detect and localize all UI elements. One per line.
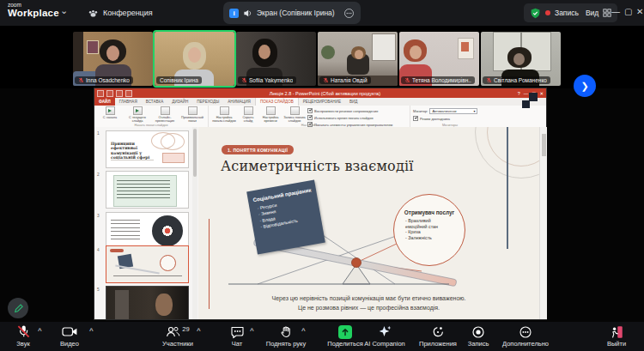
participants-icon <box>166 325 180 339</box>
online-icon <box>161 106 170 115</box>
annotate-button[interactable] <box>8 298 28 318</box>
video-tile-active-speaker[interactable]: Сопівник Ірина <box>155 32 234 86</box>
recording-label: Запись <box>555 9 579 17</box>
leave-button[interactable]: Выйти <box>589 324 644 348</box>
window-close-button[interactable]: ✕ <box>636 7 643 16</box>
ppt-title-bar: Лекція 2.8 - PowerPoint (Сбой активации … <box>94 88 546 98</box>
ribbon-group-setup: Настройка показа слайдов Скрыть слайд На… <box>209 106 410 127</box>
chat-button[interactable]: Чат <box>210 324 264 348</box>
recording-dot-icon <box>545 10 550 15</box>
video-tile[interactable]: Тетяна Володимирівн.. <box>399 32 479 86</box>
ppt-custom-show-button: Произвольный показ <box>179 106 205 123</box>
zoom-workplace-logo: zoom Workplace <box>8 3 59 18</box>
social-worker-box: Соціальний працівник - Ресурси - Знання … <box>246 180 325 255</box>
muted-mic-icon <box>78 77 84 83</box>
more-options-icon[interactable] <box>343 8 355 19</box>
ppt-slide-panel: 1 Принципи ефективної комунікації у соці… <box>94 127 199 319</box>
ppt-tab-slideshow-active: ПОКАЗ СЛАЙДОВ <box>255 98 299 106</box>
status-pill: Запись Вид <box>524 3 617 22</box>
ppt-tab-view: ВИД <box>345 98 361 106</box>
leave-meeting-icon <box>610 325 624 339</box>
chat-icon <box>230 325 245 339</box>
vertical-line-decoration <box>507 127 508 249</box>
video-tile[interactable]: Sofiia Yakymenko <box>236 32 316 86</box>
raise-hand-options-chevron[interactable]: ^ <box>301 327 306 335</box>
slide-number: 5 <box>97 287 100 292</box>
bullseye-graphic <box>152 215 183 246</box>
participant-nameplate: Наталія Овдій <box>319 76 371 84</box>
pencil-icon <box>12 302 24 314</box>
plant <box>321 45 335 59</box>
video-tile[interactable]: Світлана Романенко <box>481 32 561 86</box>
office-window <box>372 33 396 61</box>
hide-slide-icon <box>244 106 253 115</box>
tab-shared-screen[interactable]: i Экран (Сопівник Ірина) <box>223 2 361 24</box>
scrollbar-thumb <box>193 129 197 177</box>
play-icon <box>133 106 143 115</box>
ribbon-group-start-slideshow: С начала С текущего слайда Онлайн-презен… <box>94 106 209 127</box>
ppt-rehearse-button: Настройка времени <box>259 106 282 123</box>
chevron-down-icon[interactable]: ⌄ <box>60 5 68 16</box>
slide-thumbnail-2 <box>106 171 189 209</box>
muted-mic-icon <box>486 77 492 83</box>
view-grid-icon[interactable] <box>603 9 611 17</box>
ppt-help-button: ? <box>518 91 520 96</box>
ppt-from-current-button: С текущего слайда <box>125 106 150 123</box>
dropdown-arrow-icon: ▾ <box>473 109 475 113</box>
ppt-tab-file: ФАЙЛ <box>94 98 115 106</box>
ppt-tab-animations: АНИМАЦИЯ <box>223 98 255 106</box>
tab-meeting[interactable]: Конференция <box>88 4 153 21</box>
ppt-monitor-row: Монитор: Автоматически▾ <box>413 108 487 114</box>
ppt-slide-canvas: 1. ПОНЯТТЯ КОМУНІКАЦІЇ Асиметричність вз… <box>198 127 539 319</box>
window-maximize-button[interactable]: ▢ <box>624 7 632 16</box>
panel-scrollbar <box>192 127 197 319</box>
participants-options-chevron[interactable]: ^ <box>197 327 201 335</box>
wall-art <box>87 40 99 54</box>
record-show-icon <box>290 106 300 115</box>
ppt-from-start-button: С начала <box>97 106 123 123</box>
cursor-artifact <box>522 100 530 108</box>
meeting-paw-icon <box>88 8 99 19</box>
more-button[interactable]: Дополнительно <box>498 324 553 348</box>
muted-mic-icon <box>323 77 329 83</box>
ppt-tab-design: ДИЗАЙН <box>167 98 192 106</box>
participant-nameplate: Сопівник Ірина <box>156 76 202 84</box>
record-icon <box>471 325 485 339</box>
circle-items: - Вразливий емоційний стан - Криза - Зал… <box>405 218 465 242</box>
video-strip: Inna Osadchenko Сопівник Ірина Sofiia Ya… <box>0 26 644 88</box>
participant-nameplate: Тетяна Володимирівн.. <box>401 76 475 84</box>
slide-thumbnail-1: Принципи ефективної комунікації у соціал… <box>106 130 189 168</box>
ellipsis-icon <box>519 325 532 339</box>
zoom-top-bar: zoom Workplace ⌄ Конференция i Экран (Со… <box>0 0 644 26</box>
video-tile[interactable]: Наталія Овдій <box>318 32 398 86</box>
ai-companion-button[interactable]: AI Companion <box>357 324 412 348</box>
ppt-setup-show-button: Настройка показа слайдов <box>211 106 237 123</box>
muted-mic-icon <box>16 324 31 339</box>
ppt-checkbox-timings: Использовать время показа слайдов <box>307 115 407 120</box>
play-icon <box>106 106 115 115</box>
slide-scrollbar <box>539 127 547 319</box>
ppt-checkbox-narration: Воспроизвести речевое сопровождение <box>307 108 407 113</box>
ppt-present-online-button: Онлайн-презентация <box>152 106 178 123</box>
participant-nameplate: Inna Osadchenko <box>75 76 133 84</box>
slide-thumbnail-5 <box>106 286 189 319</box>
rehearse-icon <box>266 106 276 115</box>
slide-number: 4 <box>97 248 100 252</box>
video-options-chevron[interactable]: ^ <box>89 327 94 335</box>
slide-thumbnail-4-selected <box>106 245 189 283</box>
audio-options-chevron[interactable]: ^ <box>38 327 42 335</box>
checkbox-icon <box>307 108 313 113</box>
next-participants-button[interactable]: ❯ <box>574 75 596 97</box>
slide-footer-line2: Це не розмова рівних — це професійна вза… <box>198 305 539 311</box>
checkbox-icon <box>413 116 418 121</box>
window-minimize-button[interactable]: — <box>611 7 620 16</box>
video-tile[interactable]: Inna Osadchenko <box>73 32 153 86</box>
security-shield-icon[interactable] <box>530 8 541 19</box>
view-button[interactable]: Вид <box>586 9 598 17</box>
muted-mic-icon <box>241 77 247 83</box>
slide-section-badge: 1. ПОНЯТТЯ КОМУНІКАЦІЇ <box>222 145 294 154</box>
thumbnail-title: Принципи ефективної комунікації у соціал… <box>111 142 158 160</box>
wall-poster <box>458 38 474 59</box>
chat-options-chevron[interactable]: ^ <box>250 327 254 335</box>
ppt-tab-insert: ВСТАВКА <box>142 98 168 106</box>
